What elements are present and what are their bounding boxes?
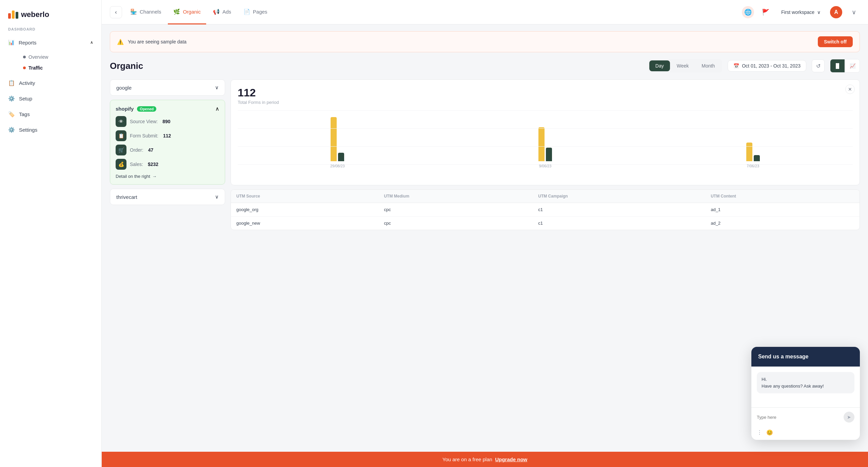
chart-bars: 29/08/23 9/06/23 [238, 110, 853, 178]
tab-organic[interactable]: 🌿 Organic [168, 0, 206, 24]
metric-order: 🛒 Order: 47 [116, 145, 219, 155]
sample-data-banner: ⚠️ You are seeing sample data Switch off [110, 31, 860, 52]
source-view-icon: 👁 [116, 116, 126, 127]
bar-chart-icon: ▐▌ [834, 63, 841, 69]
detail-link[interactable]: Detail on the right → [116, 174, 219, 179]
sidebar-item-tags[interactable]: 🏷️ Tags [0, 107, 101, 122]
bar-yellow-1 [331, 117, 337, 161]
switch-off-button[interactable]: Switch off [818, 36, 853, 47]
tab-pages[interactable]: 📄 Pages [238, 0, 273, 24]
shopify-metrics: 👁 Source View: 890 📋 Form Submit: 112 🛒 … [116, 116, 219, 170]
bar-group-1: 29/08/23 [238, 107, 437, 168]
sidebar: weberlo DASHBOARD 📊 Reports ∧ Overview T… [0, 0, 102, 467]
upgrade-link[interactable]: Upgrade now [495, 456, 527, 462]
ads-icon: 📢 [213, 8, 220, 15]
bar-dark-2 [546, 148, 552, 161]
chat-send-button[interactable]: ➤ [844, 412, 854, 423]
reports-chevron-icon: ∧ [90, 40, 93, 45]
week-button[interactable]: Week [671, 60, 695, 71]
table-row[interactable]: google_org cpc c1 ad_1 [231, 203, 860, 217]
right-panel: ✕ 112 Total Forms in period [231, 79, 860, 230]
activity-icon: 📋 [8, 79, 15, 86]
settings-icon: ⚙️ [8, 126, 15, 133]
sidebar-item-traffic[interactable]: Traffic [19, 62, 101, 73]
chat-footer: ⋮ 😊 [751, 427, 860, 440]
day-button[interactable]: Day [649, 60, 670, 71]
bar-group-2: 9/06/23 [446, 107, 645, 168]
avatar[interactable]: A [830, 6, 842, 18]
send-icon: ➤ [847, 414, 851, 420]
chart-label: Total Forms in period [238, 100, 853, 105]
workspace-selector[interactable]: First workspace ∨ [777, 7, 825, 17]
topnav-tabs: 🏪 Channels 🌿 Organic 📢 Ads 📄 Pages [125, 0, 739, 24]
sidebar-item-activity[interactable]: 📋 Activity [0, 75, 101, 90]
thrivecart-chevron-icon: ∨ [215, 194, 219, 200]
more-options-icon[interactable]: ⋮ [757, 429, 762, 436]
metric-source-view: 👁 Source View: 890 [116, 116, 219, 127]
calendar-icon: 📅 [733, 63, 739, 69]
month-button[interactable]: Month [695, 60, 721, 71]
expand-icon[interactable]: ∨ [848, 6, 860, 18]
sample-banner-text: You are seeing sample data [128, 39, 814, 44]
sidebar-item-overview[interactable]: Overview [19, 52, 101, 62]
chat-input[interactable] [757, 415, 841, 420]
setup-icon: ⚙️ [8, 95, 15, 102]
bar-dark-1 [338, 153, 344, 161]
globe-button[interactable]: 🌐 [742, 6, 754, 18]
col-utm-content: UTM Content [705, 190, 860, 203]
arrow-right-icon: → [152, 174, 157, 179]
line-chart-icon: 📈 [850, 63, 855, 69]
table-row[interactable]: google_new cpc c1 ad_2 [231, 217, 860, 230]
organic-icon: 🌿 [173, 8, 180, 15]
sales-icon: 💰 [116, 159, 126, 170]
sidebar-nav: 📊 Reports ∧ Overview Traffic 📋 Activity … [0, 35, 101, 137]
col-utm-source: UTM Source [231, 190, 378, 203]
source-dropdown[interactable]: google ∨ [110, 79, 225, 96]
tab-channels[interactable]: 🏪 Channels [125, 0, 166, 24]
chart-card: ✕ 112 Total Forms in period [231, 79, 860, 185]
warning-icon: ⚠️ [117, 39, 124, 45]
refresh-button[interactable]: ↺ [812, 59, 825, 72]
topnav-right: 🌐 🚩 First workspace ∨ A ∨ [742, 6, 860, 18]
back-button[interactable]: ‹ [110, 6, 122, 18]
form-submit-icon: 📋 [116, 130, 126, 141]
logo-icon [8, 11, 18, 19]
opened-badge: Opened [137, 106, 156, 112]
shopify-header: shopify Opened ∧ [116, 106, 219, 112]
bar-yellow-3 [746, 143, 752, 161]
metric-form-submit: 📋 Form Submit: 112 [116, 130, 219, 141]
date-picker[interactable]: 📅 Oct 01, 2023 - Oct 31, 2023 [728, 60, 806, 72]
shopify-card: shopify Opened ∧ 👁 Source View: 890 📋 [110, 100, 225, 185]
flag-button[interactable]: 🚩 [760, 6, 772, 18]
line-chart-view-button[interactable]: 📈 [845, 59, 860, 72]
emoji-icon[interactable]: 😊 [766, 429, 773, 436]
content-grid: google ∨ shopify Opened ∧ 👁 So [110, 79, 860, 230]
view-toggle: ▐▌ 📈 [830, 59, 860, 73]
col-utm-campaign: UTM Campaign [533, 190, 705, 203]
bar-dark-3 [754, 155, 760, 161]
dropdown-chevron-icon: ∨ [215, 85, 219, 91]
refresh-icon: ↺ [816, 63, 821, 69]
page-title: Organic [110, 61, 643, 71]
pages-icon: 📄 [243, 8, 250, 15]
topnav: ‹ 🏪 Channels 🌿 Organic 📢 Ads 📄 Pages 🌐 🚩 [102, 0, 868, 24]
shopify-collapse-icon[interactable]: ∧ [215, 106, 219, 112]
channels-icon: 🏪 [130, 8, 137, 15]
sidebar-item-settings[interactable]: ⚙️ Settings [0, 122, 101, 137]
chart-number: 112 [238, 87, 853, 99]
chat-widget: Send us a message Hi.Have any questions?… [751, 347, 860, 440]
bar-yellow-2 [538, 127, 545, 161]
workspace-chevron-icon: ∨ [817, 10, 821, 15]
chart-close-button[interactable]: ✕ [845, 85, 855, 94]
bar-chart-view-button[interactable]: ▐▌ [830, 59, 845, 72]
chat-input-row: ➤ [751, 407, 860, 427]
col-utm-medium: UTM Medium [378, 190, 533, 203]
sidebar-item-setup[interactable]: ⚙️ Setup [0, 91, 101, 106]
metric-sales: 💰 Sales: $232 [116, 159, 219, 170]
sidebar-item-reports[interactable]: 📊 Reports ∧ [0, 35, 101, 50]
time-filter-group: Day Week Month [648, 59, 722, 73]
left-panel: google ∨ shopify Opened ∧ 👁 So [110, 79, 225, 230]
thrivecart-row[interactable]: thrivecart ∨ [110, 189, 225, 205]
page-header: Organic Day Week Month 📅 Oct 01, 2023 - … [110, 59, 860, 73]
tab-ads[interactable]: 📢 Ads [208, 0, 237, 24]
